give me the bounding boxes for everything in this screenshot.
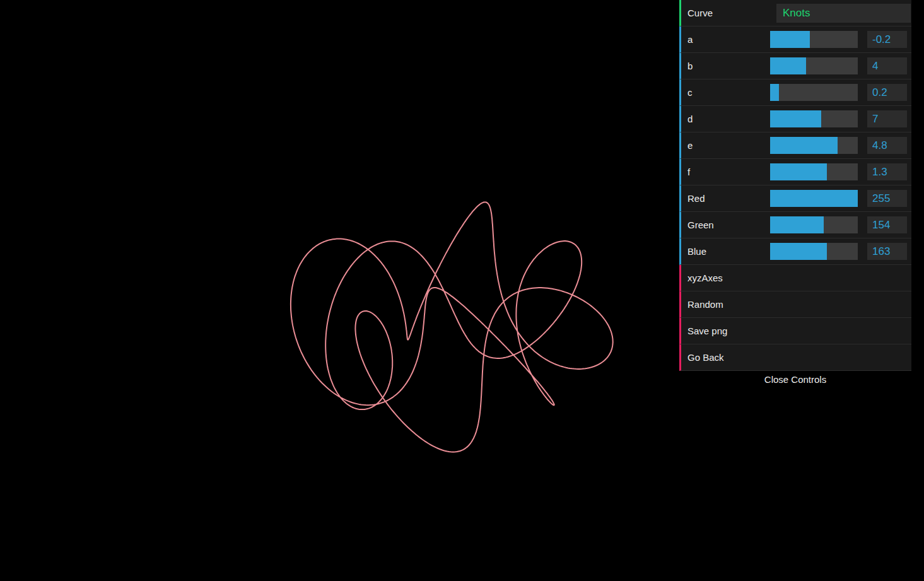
slider-label-e: e bbox=[681, 140, 770, 151]
curve-label: Curve bbox=[681, 8, 770, 18]
slider-value-a[interactable]: -0.2 bbox=[867, 31, 907, 48]
slider-value-d[interactable]: 7 bbox=[867, 110, 907, 127]
save-png-button[interactable]: Save png bbox=[679, 318, 911, 344]
slider-fill bbox=[770, 31, 810, 48]
close-controls-button[interactable]: Close Controls bbox=[679, 371, 911, 389]
slider-b[interactable] bbox=[770, 57, 858, 74]
random-button-label: Random bbox=[681, 299, 723, 310]
slider-label-b: b bbox=[681, 61, 770, 71]
slider-fill bbox=[770, 163, 827, 180]
slider-value-f[interactable]: 1.3 bbox=[867, 163, 907, 180]
slider-value-c[interactable]: 0.2 bbox=[867, 84, 907, 101]
slider-fill bbox=[770, 243, 827, 260]
slider-e[interactable] bbox=[770, 137, 858, 154]
slider-label-d: d bbox=[681, 114, 770, 124]
slider-row-red: Red 255 bbox=[679, 185, 911, 212]
curve-select[interactable]: Knots bbox=[776, 4, 911, 23]
slider-label-c: c bbox=[681, 87, 770, 98]
slider-c[interactable] bbox=[770, 84, 858, 101]
slider-label-f: f bbox=[681, 167, 770, 177]
slider-value-e[interactable]: 4.8 bbox=[867, 137, 907, 154]
slider-label-blue: Blue bbox=[681, 246, 770, 257]
slider-blue[interactable] bbox=[770, 243, 858, 260]
go-back-button[interactable]: Go Back bbox=[679, 344, 911, 371]
knot-curve bbox=[291, 202, 613, 452]
slider-value-blue[interactable]: 163 bbox=[867, 243, 907, 260]
slider-row-b: b 4 bbox=[679, 53, 911, 79]
slider-label-green: Green bbox=[681, 220, 770, 230]
slider-a[interactable] bbox=[770, 31, 858, 48]
slider-value-green[interactable]: 154 bbox=[867, 216, 907, 233]
slider-label-red: Red bbox=[681, 193, 770, 204]
slider-fill bbox=[770, 110, 821, 127]
slider-fill bbox=[770, 190, 858, 207]
random-button[interactable]: Random bbox=[679, 291, 911, 318]
slider-row-f: f 1.3 bbox=[679, 159, 911, 185]
slider-red[interactable] bbox=[770, 190, 858, 207]
slider-row-blue: Blue 163 bbox=[679, 238, 911, 265]
slider-value-b[interactable]: 4 bbox=[867, 57, 907, 74]
slider-fill bbox=[770, 84, 779, 101]
curve-select-row: Curve Knots bbox=[679, 0, 911, 26]
xyzaxes-button-label: xyzAxes bbox=[681, 273, 723, 283]
slider-row-a: a -0.2 bbox=[679, 26, 911, 53]
slider-row-c: c 0.2 bbox=[679, 79, 911, 106]
slider-d[interactable] bbox=[770, 110, 858, 127]
slider-row-green: Green 154 bbox=[679, 212, 911, 238]
slider-fill bbox=[770, 137, 838, 154]
slider-row-d: d 7 bbox=[679, 106, 911, 132]
slider-f[interactable] bbox=[770, 163, 858, 180]
slider-green[interactable] bbox=[770, 216, 858, 233]
dat-gui-panel: Curve Knots a -0.2 b 4 c 0.2 d 7 e 4.8 f… bbox=[679, 0, 911, 389]
slider-fill bbox=[770, 57, 806, 74]
save-png-button-label: Save png bbox=[681, 326, 727, 336]
slider-label-a: a bbox=[681, 34, 770, 45]
slider-fill bbox=[770, 216, 824, 233]
xyzaxes-button[interactable]: xyzAxes bbox=[679, 265, 911, 291]
go-back-button-label: Go Back bbox=[681, 352, 724, 363]
slider-value-red[interactable]: 255 bbox=[867, 190, 907, 207]
slider-row-e: e 4.8 bbox=[679, 132, 911, 159]
